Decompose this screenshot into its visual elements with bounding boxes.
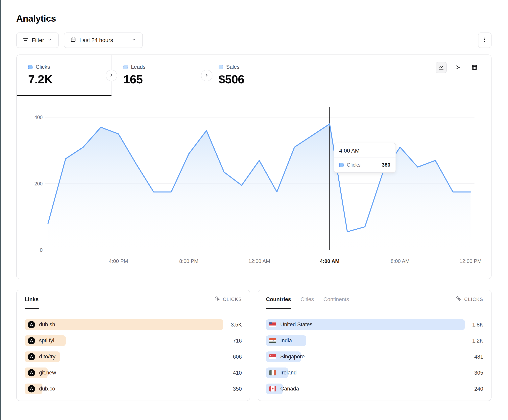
metric-tab-label: Leads [131,64,146,70]
chart-canvas: 02004004:00 PM8:00 PM12:00 AM4:00 AM8:00… [17,96,491,279]
sales-legend-swatch [219,65,223,69]
geo-panel: Countries Cities Continents CLICKS [258,290,492,401]
line-chart-view-button[interactable] [436,62,447,73]
funnel-chart-icon [455,64,461,71]
links-metric-chip[interactable]: CLICKS [214,296,242,303]
svg-text:12:00 PM: 12:00 PM [459,258,481,264]
link-row[interactable]: spti.fyi 716 [25,335,242,346]
link-label: dub.co [39,386,55,392]
table-view-button[interactable] [469,62,480,73]
metric-tab-label: Sales [226,64,240,70]
country-label: Ireland [280,370,297,376]
links-metric-label: CLICKS [223,297,242,302]
svg-text:12:00 AM: 12:00 AM [248,258,270,264]
filter-button[interactable]: Filter [16,32,59,48]
country-row[interactable]: Singapore 481 [266,351,483,362]
geo-panel-header: Countries Cities Continents CLICKS [258,290,491,309]
clicks-area-chart[interactable]: 02004004:00 PM8:00 PM12:00 AM4:00 AM8:00… [17,96,491,279]
tab-links-label: Links [25,296,39,303]
svg-text:4:00 PM: 4:00 PM [109,258,128,264]
tab-continents[interactable]: Continents [323,290,349,309]
link-row[interactable]: d.to/try 606 [25,351,242,362]
analytics-chart-card: Clicks 7.2K Leads 165 Sales $506 [16,54,492,279]
link-value: 350 [233,386,242,392]
flag-us-icon [269,322,276,327]
cursor-click-icon [456,296,462,303]
tab-cities-label: Cities [300,296,314,303]
date-range-label: Last 24 hours [79,37,113,43]
country-value: 481 [474,354,483,360]
flag-ie-icon [269,370,276,376]
tab-clicks[interactable]: Clicks 7.2K [17,55,112,96]
country-label: United States [280,322,312,328]
country-value: 1.2K [472,338,483,344]
link-row[interactable]: dub.sh 3.5K [25,319,242,330]
chevron-right-icon [109,72,114,79]
analytics-page: Analytics Filter Last 24 hours [16,0,492,401]
dub-logo-icon [28,353,35,360]
leads-value: 165 [123,72,207,86]
link-label: d.to/try [39,354,56,360]
more-options-button[interactable] [478,32,492,48]
tooltip-series-value: 380 [382,162,390,168]
links-panel-header: Links CLICKS [17,290,250,309]
country-value: 1.8K [472,322,483,328]
dub-logo-icon [28,321,35,328]
tab-countries-label: Countries [266,296,291,303]
toolbar: Filter Last 24 hours [16,32,492,48]
link-value: 716 [233,338,242,344]
country-value: 305 [474,370,483,376]
filter-button-label: Filter [32,37,44,43]
country-label: India [280,338,292,344]
country-row[interactable]: Canada 240 [266,384,483,394]
link-label: spti.fyi [39,338,54,344]
chart-view-toggles [436,62,480,73]
svg-text:0: 0 [40,247,43,253]
country-row[interactable]: India 1.2K [266,335,483,346]
svg-text:8:00 PM: 8:00 PM [179,258,199,264]
svg-text:400: 400 [34,115,43,120]
flag-in-icon [269,338,276,343]
kebab-menu-icon [482,37,488,44]
dub-logo-icon [28,369,35,377]
metric-tabs-row: Clicks 7.2K Leads 165 Sales $506 [17,55,491,96]
geo-metric-chip[interactable]: CLICKS [456,296,483,303]
chevron-right-icon [204,72,209,79]
svg-text:200: 200 [34,181,43,186]
expand-clicks-button[interactable] [106,70,117,81]
country-row[interactable]: Ireland 305 [266,368,483,378]
tooltip-time: 4:00 AM [334,143,396,158]
country-label: Singapore [280,354,305,360]
tab-countries[interactable]: Countries [266,290,291,309]
tab-cities[interactable]: Cities [300,290,314,309]
country-row[interactable]: United States 1.8K [266,319,483,330]
link-value: 410 [233,370,242,376]
flag-sg-icon [269,354,276,359]
tab-links[interactable]: Links [25,290,39,309]
link-value: 606 [233,354,242,360]
funnel-chart-view-button[interactable] [452,62,463,73]
links-rows: dub.sh 3.5K spti.fyi 716 [17,309,250,394]
links-panel: Links CLICKS dub.sh [16,290,250,401]
clicks-legend-swatch [28,65,32,69]
leads-legend-swatch [123,65,128,69]
date-range-button[interactable]: Last 24 hours [64,32,143,48]
expand-leads-button[interactable] [201,70,212,81]
link-row[interactable]: git.new 410 [25,368,242,378]
tab-sales[interactable]: Sales $506 [207,55,491,96]
dub-logo-icon [28,337,35,344]
sidebar-edge-stripe [0,0,1,420]
clicks-value: 7.2K [28,72,112,86]
svg-text:8:00 AM: 8:00 AM [391,258,409,264]
dub-logo-icon [28,385,35,392]
metric-tab-label: Clicks [36,64,50,70]
tab-leads[interactable]: Leads 165 [112,55,207,96]
link-value: 3.5K [231,322,242,328]
link-row[interactable]: dub.co 350 [25,384,242,394]
country-label: Canada [280,386,299,392]
page-title: Analytics [16,0,492,24]
line-chart-icon [438,64,444,71]
svg-text:4:00 AM: 4:00 AM [320,258,340,264]
chevron-down-icon [47,37,52,43]
tooltip-series-label: Clicks [347,162,360,168]
